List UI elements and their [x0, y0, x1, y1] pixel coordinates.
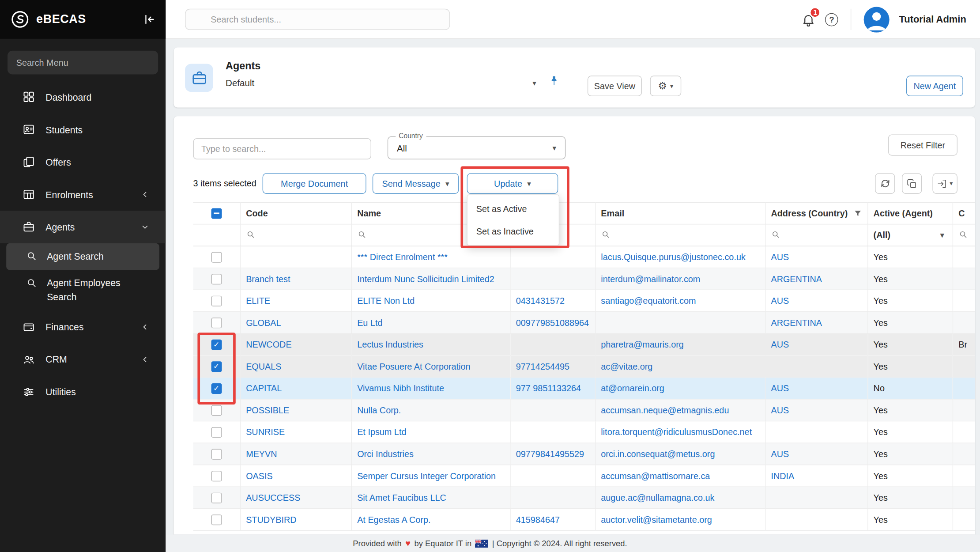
email-link[interactable]: at@ornarein.org: [601, 383, 664, 393]
code-link[interactable]: GLOBAL: [246, 318, 281, 328]
row-checkbox[interactable]: [211, 514, 222, 525]
country-link[interactable]: AUS: [771, 383, 789, 393]
name-link[interactable]: Et Ipsum Ltd: [357, 427, 406, 437]
filter-funnel-icon[interactable]: [853, 209, 861, 217]
sidebar-item-agents[interactable]: Agents: [0, 211, 166, 243]
country-link[interactable]: ARGENTINA: [771, 318, 822, 328]
new-agent-button[interactable]: New Agent: [906, 76, 963, 96]
sidebar-item-agent-employees-search[interactable]: Agent Employees Search: [6, 270, 159, 310]
name-link[interactable]: Orci Industries: [357, 449, 414, 459]
sidebar-item-enrolments[interactable]: Enrolments: [0, 178, 166, 211]
phone-link[interactable]: 415984647: [516, 514, 560, 525]
country-link[interactable]: AUS: [771, 340, 789, 350]
help-icon[interactable]: ?: [825, 13, 838, 26]
merge-document-button[interactable]: Merge Document: [263, 173, 366, 194]
sidebar-item-dashboard[interactable]: Dashboard: [0, 81, 166, 113]
name-link[interactable]: ELITE Non Ltd: [357, 296, 415, 306]
email-column-search[interactable]: [595, 224, 765, 246]
name-link[interactable]: Interdum Nunc Sollicitudin Limited2: [357, 274, 494, 284]
row-checkbox[interactable]: [211, 252, 222, 262]
sidebar-item-agent-search[interactable]: Agent Search: [6, 243, 159, 270]
table-scroll-area[interactable]: Code Name Email Address (Country): [193, 202, 975, 534]
country-link[interactable]: INDIA: [771, 471, 794, 481]
sidebar-collapse-icon[interactable]: [142, 12, 155, 26]
active-filter-select[interactable]: (All) ▾: [874, 230, 947, 240]
column-header-code[interactable]: Code: [240, 202, 351, 224]
email-link[interactable]: litora.torquent@ridiculusmusDonec.net: [601, 427, 752, 437]
email-link[interactable]: lacus.Quisque.purus@justonec.co.uk: [601, 252, 746, 262]
view-selector[interactable]: Default ▾: [226, 78, 536, 88]
send-message-button[interactable]: Send Message ▾: [373, 173, 459, 194]
code-link[interactable]: CAPITAL: [246, 383, 282, 393]
menu-item-set-as-active[interactable]: Set as Active: [467, 197, 559, 220]
email-link[interactable]: accumsan@mattisornare.ca: [601, 471, 710, 481]
address-column-search[interactable]: [765, 224, 867, 246]
code-link[interactable]: OASIS: [246, 471, 273, 481]
column-header-extra[interactable]: C: [953, 202, 975, 224]
phone-link[interactable]: 09779841495529: [516, 449, 584, 459]
row-checkbox[interactable]: ✓: [211, 383, 222, 393]
reset-filter-button[interactable]: Reset Filter: [888, 134, 957, 155]
notifications-bell-icon[interactable]: 1: [802, 12, 816, 27]
menu-item-set-as-inactive[interactable]: Set as Inactive: [467, 220, 559, 242]
phone-link[interactable]: 009779851088964: [516, 318, 589, 328]
name-link[interactable]: Vitae Posuere At Corporation: [357, 361, 470, 371]
export-button[interactable]: ▾: [932, 173, 957, 194]
pin-icon[interactable]: [548, 75, 560, 87]
select-all-checkbox[interactable]: [211, 208, 222, 219]
settings-gear-button[interactable]: ⚙ ▾: [650, 76, 681, 96]
email-link[interactable]: orci.in.consequat@metus.org: [601, 449, 715, 459]
row-checkbox[interactable]: [211, 492, 222, 503]
menu-search-input[interactable]: [8, 51, 158, 75]
row-checkbox[interactable]: ✓: [211, 339, 222, 350]
row-checkbox[interactable]: [211, 449, 222, 459]
column-header-address[interactable]: Address (Country): [765, 202, 867, 224]
email-link[interactable]: santiago@equatorit.com: [601, 296, 696, 306]
student-search-input[interactable]: [185, 9, 450, 30]
name-link[interactable]: *** Direct Enrolment ***: [357, 252, 448, 262]
country-filter-select[interactable]: Country All ▾: [388, 136, 566, 159]
code-link[interactable]: NEWCODE: [246, 340, 292, 350]
copy-button[interactable]: [902, 173, 922, 194]
phone-link[interactable]: 0431431572: [516, 296, 565, 306]
column-header-email[interactable]: Email: [595, 202, 765, 224]
email-link[interactable]: pharetra@mauris.org: [601, 340, 684, 350]
row-checkbox[interactable]: ✓: [211, 361, 222, 372]
code-link[interactable]: AUSUCCESS: [246, 493, 300, 503]
email-link[interactable]: ac@vitae.org: [601, 361, 652, 371]
row-checkbox[interactable]: [211, 427, 222, 437]
code-link[interactable]: MEYVN: [246, 449, 277, 459]
sidebar-item-finances[interactable]: Finances: [0, 310, 166, 343]
update-button[interactable]: Update ▾: [467, 173, 558, 194]
name-link[interactable]: Vivamus Nibh Institute: [357, 383, 444, 393]
row-checkbox[interactable]: [211, 273, 222, 284]
country-link[interactable]: AUS: [771, 296, 789, 306]
avatar[interactable]: [864, 7, 890, 32]
name-link[interactable]: Sit Amet Faucibus LLC: [357, 493, 446, 503]
email-link[interactable]: interdum@mailinator.com: [601, 274, 700, 284]
name-link[interactable]: Lectus Industries: [357, 340, 423, 350]
country-link[interactable]: AUS: [771, 405, 789, 415]
name-link[interactable]: Nulla Corp.: [357, 405, 401, 415]
sidebar-item-offers[interactable]: Offers: [0, 146, 166, 178]
row-checkbox[interactable]: [211, 470, 222, 481]
code-link[interactable]: POSSIBLE: [246, 405, 289, 415]
code-column-search[interactable]: [240, 224, 351, 246]
row-checkbox[interactable]: [211, 405, 222, 416]
row-checkbox[interactable]: [211, 295, 222, 306]
country-link[interactable]: AUS: [771, 252, 789, 262]
country-link[interactable]: AUS: [771, 449, 789, 459]
email-link[interactable]: auctor.velit@sitametante.org: [601, 514, 712, 525]
name-link[interactable]: At Egestas A Corp.: [357, 514, 430, 525]
save-view-button[interactable]: Save View: [588, 76, 642, 96]
email-link[interactable]: augue.ac@nullamagna.co.uk: [601, 493, 714, 503]
sidebar-item-utilities[interactable]: Utilities: [0, 375, 166, 408]
column-header-active[interactable]: Active (Agent): [867, 202, 953, 224]
code-link[interactable]: SUNRISE: [246, 427, 285, 437]
refresh-button[interactable]: [875, 173, 895, 194]
extra-column-search[interactable]: [953, 224, 975, 246]
phone-link[interactable]: 97714254495: [516, 361, 569, 371]
sidebar-item-students[interactable]: Students: [0, 113, 166, 146]
country-link[interactable]: ARGENTINA: [771, 274, 822, 284]
code-link[interactable]: EQUALS: [246, 361, 281, 371]
